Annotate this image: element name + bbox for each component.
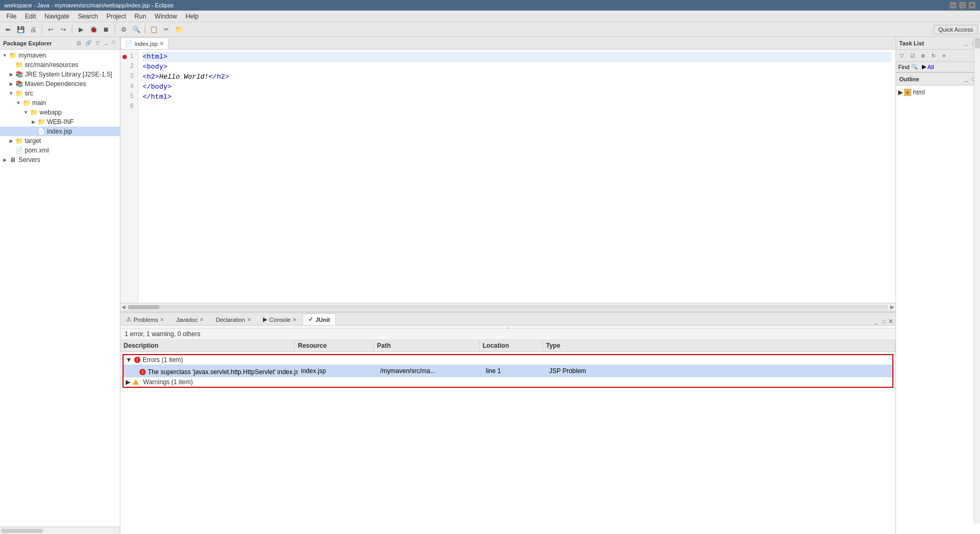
- tree-item-maven-deps[interactable]: ▶ 📚 Maven Dependencies: [0, 79, 120, 89]
- menu-navigate[interactable]: Navigate: [40, 12, 73, 21]
- folder-icon-webinf: 📁: [37, 118, 45, 126]
- menu-search[interactable]: Search: [73, 12, 102, 21]
- task-toolbar-btn-5[interactable]: ≡: [939, 51, 949, 60]
- outline-panel: Outline _ □ ▶ e html: [896, 73, 980, 534]
- code-content[interactable]: <html> <body> <h2>Hello World!</h2> </bo…: [138, 50, 896, 303]
- tab-javadoc[interactable]: Javadoc ✕: [170, 313, 210, 325]
- folder-icon-mymaven: 📁: [8, 51, 17, 60]
- tree-item-webapp[interactable]: ▼ 📁 webapp: [0, 108, 120, 117]
- task-all-text[interactable]: All: [927, 64, 934, 70]
- task-toolbar-btn-4[interactable]: ↻: [929, 51, 938, 60]
- panel-maximize-icon[interactable]: □: [110, 39, 117, 45]
- editor-scrollbar-track[interactable]: [128, 305, 888, 309]
- task-list-panel: Task List _ □ ▽ ☑ ⊕ ↻ ≡ Find 🔍 ▶ All: [896, 37, 980, 73]
- toolbar-btn-5[interactable]: 📋: [148, 24, 159, 35]
- package-explorer-title: Package Explorer: [3, 40, 52, 46]
- editor-tab-close[interactable]: ✕: [159, 41, 164, 46]
- tree-item-main[interactable]: ▼ 📁 main: [0, 98, 120, 108]
- view-menu-icon[interactable]: ▽: [93, 39, 102, 47]
- tab-junit[interactable]: ✓ JUnit: [303, 313, 336, 325]
- collapse-all-icon[interactable]: ⊟: [74, 39, 83, 47]
- outline-item-html[interactable]: ▶ e html: [898, 88, 978, 97]
- right-scrollbar[interactable]: [974, 37, 980, 523]
- package-explorer-scrollbar-h[interactable]: [0, 527, 120, 534]
- quick-access-button[interactable]: Quick Access: [934, 25, 978, 34]
- toolbar-save-button[interactable]: 💾: [15, 24, 26, 35]
- tree-item-mymaven[interactable]: ▼ 📁 mymaven: [0, 51, 120, 60]
- link-editor-icon[interactable]: 🔗: [84, 39, 92, 47]
- toggle-warnings-icon: ▶: [126, 378, 130, 386]
- task-toolbar-btn-3[interactable]: ⊕: [918, 51, 928, 60]
- toggle-src: ▼: [7, 90, 15, 97]
- tab-problems[interactable]: ⚠ Problems ✕: [120, 313, 170, 325]
- toolbar-print-button[interactable]: 🖨: [27, 24, 39, 35]
- library-icon-jre: 📚: [15, 70, 23, 79]
- outline-minimize[interactable]: _: [963, 76, 969, 82]
- tree-item-src[interactable]: ▼ 📁 src: [0, 89, 120, 98]
- problems-summary: 1 error, 1 warning, 0 others: [120, 329, 896, 340]
- editor-scrollbar-horizontal[interactable]: ◀ ▶: [120, 303, 896, 310]
- minimize-button[interactable]: —: [949, 2, 957, 9]
- toolbar-run-button[interactable]: ▶: [75, 24, 87, 35]
- toolbar-debug-button[interactable]: 🐞: [88, 24, 99, 35]
- code-line-4: </body>: [143, 82, 891, 92]
- tree-item-servers[interactable]: ▶ 🖥 Servers: [0, 155, 120, 165]
- tab-declaration[interactable]: Declaration ✕: [210, 313, 257, 325]
- task-list-minimize[interactable]: _: [963, 40, 969, 46]
- task-toolbar-btn-1[interactable]: ▽: [897, 51, 907, 60]
- problems-tab-icon: ⚠: [126, 316, 131, 323]
- menu-project[interactable]: Project: [102, 12, 130, 21]
- bottom-panel-close[interactable]: ✕: [888, 318, 893, 325]
- code-line-2: <body>: [143, 62, 891, 72]
- code-editor[interactable]: 1 2 3 4 5 6 <html> <body>: [120, 50, 896, 303]
- console-tab-close[interactable]: ✕: [293, 317, 297, 322]
- tree-item-webinf[interactable]: ▶ 📁 WEB-INF: [0, 117, 120, 127]
- panel-minimize-icon[interactable]: _: [103, 39, 109, 45]
- problems-tab-close[interactable]: ✕: [160, 317, 164, 322]
- editor-tab-index-jsp[interactable]: 📄 index.jsp ✕: [120, 37, 168, 49]
- close-button[interactable]: ✕: [968, 2, 976, 9]
- bottom-panel-minimize[interactable]: _: [873, 318, 880, 325]
- menu-run[interactable]: Run: [130, 12, 150, 21]
- scroll-right-arrow[interactable]: ▶: [890, 304, 894, 310]
- tree-item-resources[interactable]: 📁 src/main/resources: [0, 60, 120, 70]
- toolbar-btn-2[interactable]: ↪: [58, 24, 69, 35]
- menu-help[interactable]: Help: [182, 12, 203, 21]
- error-marker-line1: [123, 55, 127, 59]
- tab-console[interactable]: ▶ Console ✕: [257, 313, 303, 325]
- right-scrollbar-thumb[interactable]: [975, 38, 980, 49]
- errors-group-header[interactable]: ▼ Errors (1 item): [124, 355, 892, 365]
- outline-label-html: html: [913, 89, 925, 96]
- tree-label-target: target: [25, 137, 41, 145]
- toolbar-stop-button[interactable]: ⏹: [100, 24, 112, 35]
- menu-edit[interactable]: Edit: [21, 12, 40, 21]
- warnings-group-row[interactable]: ▶ Warnings (1 item): [124, 377, 892, 387]
- code-text-line5: </html>: [143, 92, 172, 102]
- toolbar-new-button[interactable]: ⬅: [2, 24, 14, 35]
- tree-item-jre[interactable]: ▶ 📚 JRE System Library [J2SE-1.5]: [0, 70, 120, 79]
- scroll-left-arrow[interactable]: ◀: [121, 304, 126, 310]
- menu-window[interactable]: Window: [150, 12, 182, 21]
- toolbar-btn-6[interactable]: ✂: [161, 24, 172, 35]
- error-row-1[interactable]: The superclass 'javax.servlet.http.HttpS…: [124, 365, 892, 377]
- menu-file[interactable]: File: [2, 12, 21, 21]
- maximize-button[interactable]: □: [959, 2, 966, 9]
- toolbar-btn-3[interactable]: ⚙: [118, 24, 129, 35]
- bottom-panel-maximize[interactable]: □: [881, 318, 887, 325]
- tree-item-index-jsp[interactable]: 📄 index.jsp: [0, 127, 120, 136]
- declaration-tab-close[interactable]: ✕: [247, 317, 251, 322]
- toolbar-btn-4[interactable]: 🔍: [130, 24, 142, 35]
- tree-item-target[interactable]: ▶ 📁 target: [0, 136, 120, 146]
- toolbar-btn-7[interactable]: 📁: [173, 24, 185, 35]
- task-list-header: Task List _ □: [896, 37, 980, 50]
- code-text-line1: <html>: [143, 52, 167, 62]
- package-explorer-panel: Package Explorer ⊟ 🔗 ▽ _ □ ▼ 📁 mymaven 📁…: [0, 37, 120, 534]
- javadoc-tab-label: Javadoc: [176, 317, 197, 323]
- toolbar-btn-1[interactable]: ↩: [45, 24, 56, 35]
- tree-label-index-jsp: index.jsp: [47, 128, 72, 135]
- javadoc-tab-close[interactable]: ✕: [200, 317, 204, 322]
- task-toolbar-btn-2[interactable]: ☑: [908, 51, 917, 60]
- editor-scrollbar-thumb[interactable]: [128, 305, 159, 309]
- tree-item-pom[interactable]: 📄 pom.xml: [0, 146, 120, 155]
- tree-label-src: src: [25, 90, 33, 97]
